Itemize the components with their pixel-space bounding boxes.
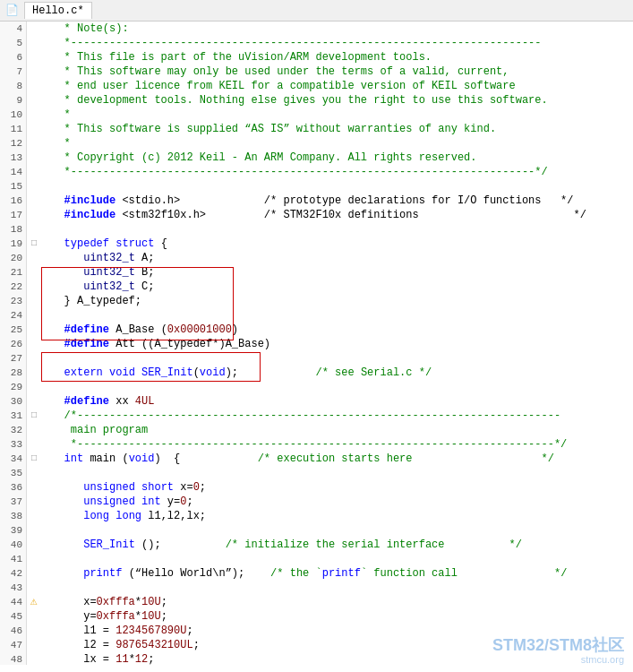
- line-number: 27: [0, 351, 27, 366]
- line-content: *: [41, 136, 633, 151]
- table-row: 24: [0, 308, 633, 323]
- table-row: 20 uint32_t A;: [0, 251, 633, 265]
- line-number: 11: [0, 122, 27, 136]
- line-number: 29: [0, 380, 27, 394]
- line-number: 18: [0, 222, 27, 237]
- collapse-icon[interactable]: □: [31, 237, 37, 251]
- line-number: 42: [0, 566, 27, 581]
- line-number: 22: [0, 280, 27, 294]
- line-content: x=0xfffa*10U;: [41, 595, 633, 609]
- table-row: 38 long long l1,l2,lx;: [0, 509, 633, 523]
- line-content: * end user licence from KEIL for a compa…: [41, 79, 633, 93]
- line-content: SER_Init (); /* initialize the serial in…: [41, 538, 633, 552]
- code-container: 4 * Note(s):5 *-------------------------…: [0, 22, 633, 665]
- line-number: 15: [0, 179, 27, 194]
- line-content: #define Att ((A_typedef*)A_Base): [41, 337, 633, 351]
- line-content: int main (void) { /* execution starts he…: [41, 452, 633, 466]
- line-content: *---------------------------------------…: [41, 437, 633, 452]
- line-number: 41: [0, 552, 27, 566]
- line-number: 31: [0, 409, 27, 423]
- line-content: #include <stdio.h> /* prototype declarat…: [41, 194, 633, 208]
- line-number: 44: [0, 595, 27, 609]
- table-row: 26 #define Att ((A_typedef*)A_Base): [0, 337, 633, 351]
- line-content: l2 = 9876543210UL;: [41, 638, 633, 652]
- table-row: 28 extern void SER_Init(void); /* see Se…: [0, 366, 633, 380]
- line-number: 45: [0, 609, 27, 624]
- table-row: 16 #include <stdio.h> /* prototype decla…: [0, 194, 633, 208]
- line-content: uint32_t A;: [41, 251, 633, 265]
- line-number: 40: [0, 538, 27, 552]
- line-number: 25: [0, 323, 27, 337]
- line-number: 8: [0, 79, 27, 93]
- line-content: *---------------------------------------…: [41, 36, 633, 50]
- line-number: 24: [0, 308, 27, 323]
- table-row: 46 l1 = 1234567890U;: [0, 624, 633, 638]
- line-content: *---------------------------------------…: [41, 165, 633, 179]
- line-content: y=0xfffa*10U;: [41, 609, 633, 624]
- line-content: l1 = 1234567890U;: [41, 624, 633, 638]
- table-row: 39: [0, 523, 633, 538]
- line-content: * development tools. Nothing else gives …: [41, 93, 633, 108]
- line-number: 9: [0, 93, 27, 108]
- line-content: typedef struct {: [41, 237, 633, 251]
- line-number: 7: [0, 65, 27, 79]
- line-number: 13: [0, 151, 27, 165]
- line-content: uint32_t B;: [41, 265, 633, 280]
- line-gutter: □: [27, 409, 41, 423]
- table-row: 8 * end user licence from KEIL for a com…: [0, 79, 633, 93]
- line-content: long long l1,l2,lx;: [41, 509, 633, 523]
- line-content: unsigned int y=0;: [41, 495, 633, 509]
- table-row: 48 lx = 11*12;: [0, 652, 633, 665]
- line-content: main program: [41, 423, 633, 437]
- table-row: 13 * Copyright (c) 2012 Keil - An ARM Co…: [0, 151, 633, 165]
- line-number: 16: [0, 194, 27, 208]
- line-content: * This file is part of the uVision/ARM d…: [41, 50, 633, 65]
- line-number: 21: [0, 265, 27, 280]
- line-number: 34: [0, 452, 27, 466]
- line-content: } A_typedef;: [41, 294, 633, 308]
- line-number: 19: [0, 237, 27, 251]
- table-row: 7 * This software may only be used under…: [0, 65, 633, 79]
- line-content: * Note(s):: [41, 22, 633, 36]
- line-content: #include <stm32f10x.h> /* STM32F10x defi…: [41, 208, 633, 222]
- line-number: 28: [0, 366, 27, 380]
- line-content: *: [41, 108, 633, 122]
- table-row: 19□ typedef struct {: [0, 237, 633, 251]
- table-row: 10 *: [0, 108, 633, 122]
- line-content: * Copyright (c) 2012 Keil - An ARM Compa…: [41, 151, 633, 165]
- table-row: 37 unsigned int y=0;: [0, 495, 633, 509]
- collapse-icon[interactable]: □: [31, 409, 37, 423]
- line-gutter: □: [27, 452, 41, 466]
- line-number: 4: [0, 22, 27, 36]
- line-number: 43: [0, 581, 27, 595]
- table-row: 36 unsigned short x=0;: [0, 480, 633, 495]
- table-row: 43: [0, 581, 633, 595]
- table-row: 25 #define A_Base (0x00001000): [0, 323, 633, 337]
- table-row: 47 l2 = 9876543210UL;: [0, 638, 633, 652]
- table-row: 14 *------------------------------------…: [0, 165, 633, 179]
- line-content: * This software is supplied “AS IS” with…: [41, 122, 633, 136]
- collapse-icon[interactable]: □: [31, 452, 37, 466]
- line-content: unsigned short x=0;: [41, 480, 633, 495]
- line-number: 33: [0, 437, 27, 452]
- line-number: 6: [0, 50, 27, 65]
- table-row: 30 #define xx 4UL: [0, 394, 633, 409]
- table-row: 45 y=0xfffa*10U;: [0, 609, 633, 624]
- table-row: 42 printf (“Hello World\n”); /* the `pri…: [0, 566, 633, 581]
- table-row: 4 * Note(s):: [0, 22, 633, 36]
- line-content: lx = 11*12;: [41, 652, 633, 665]
- line-gutter: □: [27, 237, 41, 251]
- table-row: 9 * development tools. Nothing else give…: [0, 93, 633, 108]
- table-row: 32 main program: [0, 423, 633, 437]
- line-number: 12: [0, 136, 27, 151]
- line-number: 39: [0, 523, 27, 538]
- file-icon: 📄: [5, 4, 19, 17]
- line-number: 35: [0, 466, 27, 480]
- line-number: 17: [0, 208, 27, 222]
- tab-title[interactable]: Hello.c*: [24, 2, 92, 19]
- table-row: 35: [0, 466, 633, 480]
- line-number: 37: [0, 495, 27, 509]
- line-number: 36: [0, 480, 27, 495]
- table-row: 31□ /*----------------------------------…: [0, 409, 633, 423]
- table-row: 15: [0, 179, 633, 194]
